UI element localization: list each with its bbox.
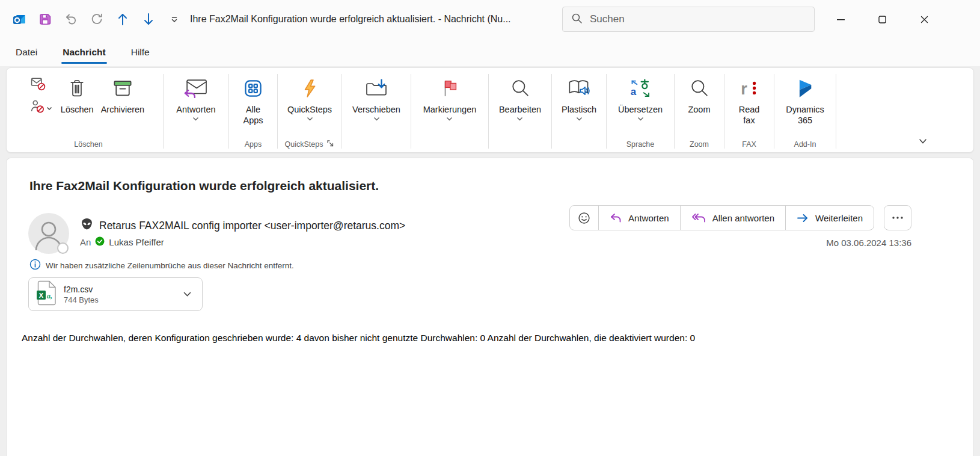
reply-action-label: Antworten xyxy=(628,213,669,223)
reply-chevron-icon xyxy=(192,117,199,121)
save-icon[interactable] xyxy=(38,12,52,26)
ignore-icon xyxy=(30,76,46,93)
quicksteps-button[interactable]: QuickSteps xyxy=(284,70,335,121)
magnifier-icon xyxy=(510,75,530,102)
tab-nachricht[interactable]: Nachricht xyxy=(61,45,107,60)
move-button[interactable]: Verschieben xyxy=(349,70,404,121)
undo-icon[interactable] xyxy=(64,12,78,26)
ribbon-group-antworten: Antworten xyxy=(164,70,228,152)
minimize-button[interactable] xyxy=(827,0,854,39)
quicksteps-label: QuickSteps xyxy=(287,104,332,115)
reply-action-button[interactable]: Antworten xyxy=(598,206,680,230)
ribbon-group-apps: Alle Apps Apps xyxy=(229,70,277,152)
info-icon xyxy=(29,259,41,272)
quicksteps-dialog-launcher-icon[interactable] xyxy=(326,140,334,149)
ribbon-divider xyxy=(836,74,836,149)
lightning-icon xyxy=(301,75,318,102)
tags-label: Markierungen xyxy=(423,104,477,115)
immersive-chevron-icon xyxy=(576,117,583,121)
move-label: Verschieben xyxy=(352,104,400,115)
recipient-line: An Lukas Pfeiffer xyxy=(80,236,164,248)
recipient-name[interactable]: Lukas Pfeiffer xyxy=(109,237,164,247)
delete-button[interactable]: Löschen xyxy=(57,70,97,115)
reply-all-action-label: Allen antworten xyxy=(712,213,774,223)
ribbon-group-markierungen: Markierungen xyxy=(411,70,488,152)
response-button-group: Antworten Allen antworten Weiterleiten xyxy=(569,205,874,230)
search-input[interactable]: Suchen xyxy=(562,7,815,32)
customize-qat-chevron-icon[interactable] xyxy=(167,12,182,26)
reactions-button[interactable] xyxy=(570,206,598,230)
ribbon: Löschen Archivieren Löschen xyxy=(6,67,974,153)
immersive-reader-button[interactable]: Plastisch xyxy=(558,70,600,121)
outlook-logo-icon[interactable] xyxy=(12,12,26,26)
group-label-fax: FAX xyxy=(724,137,774,152)
reply-all-action-button[interactable]: Allen antworten xyxy=(680,206,785,230)
quick-access-toolbar xyxy=(12,0,182,39)
outlook-message-window: Ihre Fax2Mail Konfiguration wurde erfolg… xyxy=(0,0,980,456)
all-apps-button[interactable]: Alle Apps xyxy=(231,70,275,126)
message-body: Anzahl der Durchwahlen, deren Konfigurat… xyxy=(22,331,949,345)
translate-chevron-icon xyxy=(637,117,644,121)
tags-chevron-icon xyxy=(446,117,453,121)
more-actions-button[interactable] xyxy=(884,205,911,230)
ribbon-group-addin: Dynamics 365 Add-In xyxy=(774,70,836,152)
alien-emoji-icon xyxy=(80,217,94,234)
editing-chevron-icon xyxy=(516,117,523,121)
group-label-addin: Add-In xyxy=(774,137,836,152)
group-label-sprache: Sprache xyxy=(607,137,674,152)
reply-envelope-icon xyxy=(183,75,209,102)
archive-icon xyxy=(112,75,133,102)
reply-arrow-icon xyxy=(610,213,622,223)
zoom-label: Zoom xyxy=(688,104,710,115)
immersive-reader-label: Plastisch xyxy=(562,104,596,115)
reply-button[interactable]: Antworten xyxy=(173,70,219,121)
previous-item-icon[interactable] xyxy=(115,12,130,26)
attachment-card[interactable]: X a, f2m.csv 744 Bytes xyxy=(28,277,203,311)
collapse-ribbon-chevron-icon xyxy=(917,137,928,146)
read-fax-button[interactable]: r Read fax xyxy=(730,70,768,126)
editing-button[interactable]: Bearbeiten xyxy=(495,70,545,121)
ignore-button[interactable] xyxy=(30,76,52,93)
sender-name-email[interactable]: Retarus FAX2MAIL config importer <user-i… xyxy=(99,220,405,232)
ribbon-group-sprache: a Übersetzen Sprache xyxy=(607,70,674,152)
titlebar: Ihre Fax2Mail Konfiguration wurde erfolg… xyxy=(0,0,980,39)
next-item-icon[interactable] xyxy=(141,12,156,26)
linebreak-notice: Wir haben zusätzliche Zeilenumbrüche aus… xyxy=(29,259,294,272)
editing-label: Bearbeiten xyxy=(499,104,541,115)
move-chevron-icon xyxy=(373,117,380,121)
ribbon-group-quicksteps: QuickSteps QuickSteps xyxy=(278,70,341,152)
group-label-loeschen: Löschen xyxy=(14,137,163,152)
svg-text:a: a xyxy=(631,86,637,97)
search-placeholder: Suchen xyxy=(590,13,625,25)
close-button[interactable] xyxy=(910,0,938,39)
tab-hilfe[interactable]: Hilfe xyxy=(130,45,151,60)
zoom-button[interactable]: Zoom xyxy=(684,70,714,115)
trash-icon xyxy=(69,75,85,102)
dynamics-365-button[interactable]: Dynamics 365 xyxy=(778,70,832,126)
message-actions: Antworten Allen antworten Weiterleiten xyxy=(569,205,911,230)
redo-icon[interactable] xyxy=(90,12,104,26)
flags-icon xyxy=(441,75,459,102)
attachment-options-button[interactable] xyxy=(179,291,195,297)
attachment-name: f2m.csv xyxy=(64,285,172,294)
presence-available-icon xyxy=(95,236,105,248)
reply-label: Antworten xyxy=(176,104,215,115)
forward-action-button[interactable]: Weiterleiten xyxy=(785,206,874,230)
translate-button[interactable]: a Übersetzen xyxy=(614,70,666,121)
maximize-button[interactable] xyxy=(868,0,896,39)
tags-button[interactable]: Markierungen xyxy=(420,70,480,121)
dynamics-365-icon xyxy=(796,75,814,102)
forward-action-label: Weiterleiten xyxy=(815,213,863,223)
tab-datei[interactable]: Datei xyxy=(14,45,38,60)
ribbon-group-fax: r Read fax FAX xyxy=(724,70,774,152)
message-pane: Ihre Fax2Mail Konfiguration wurde erfolg… xyxy=(6,158,974,456)
svg-text:r: r xyxy=(741,79,747,98)
sender-presence-badge xyxy=(57,242,69,254)
svg-text:X: X xyxy=(39,292,44,299)
archive-button[interactable]: Archivieren xyxy=(97,70,149,115)
junk-button[interactable] xyxy=(30,99,52,116)
collapse-ribbon-button[interactable] xyxy=(916,135,930,147)
received-timestamp: Mo 03.06.2024 13:36 xyxy=(826,238,911,248)
linebreak-notice-text: Wir haben zusätzliche Zeilenumbrüche aus… xyxy=(46,261,294,270)
reply-all-arrow-icon xyxy=(691,213,706,223)
